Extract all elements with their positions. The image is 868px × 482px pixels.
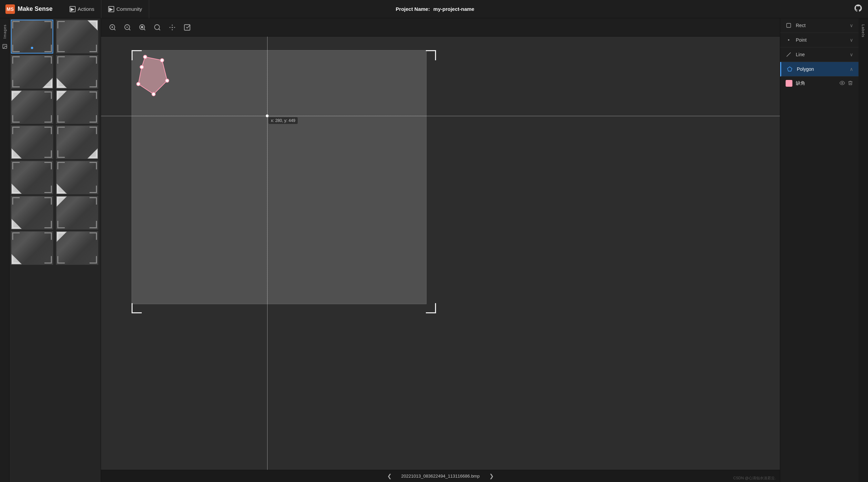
thumbnails-grid: ● — [9, 18, 101, 266]
status-bar: ❮ 20221013_083622494_113116686.bmp ❯ CSD… — [101, 470, 780, 482]
label-color-swatch — [786, 80, 792, 87]
labels-tab[interactable]: Labels — [861, 22, 865, 40]
polygon-chevron-icon: ∧ — [850, 66, 853, 72]
images-tab-label[interactable]: Images — [3, 22, 7, 41]
rect-tool-icon — [786, 22, 792, 28]
line-tool-row[interactable]: Line ∨ — [780, 47, 859, 62]
polygon-tool-row[interactable]: Polygon ∧ — [780, 62, 859, 77]
project-label: Project Name: my-project-name — [394, 6, 474, 12]
logo[interactable]: MS Make Sense — [5, 4, 53, 14]
nav-item-community[interactable]: ▶ Community — [101, 0, 149, 18]
label-actions — [840, 80, 853, 87]
polygon-annotation[interactable] — [135, 57, 176, 102]
nav-item-actions[interactable]: ▶ Actions — [63, 0, 101, 18]
actions-icon: ▶ — [70, 6, 76, 12]
svg-line-3 — [114, 29, 115, 30]
nav-label-actions: Actions — [78, 6, 94, 12]
svg-line-27 — [787, 53, 791, 57]
svg-point-16 — [172, 27, 173, 28]
label-delete-button[interactable] — [848, 80, 853, 87]
thumbnail-item[interactable] — [11, 125, 53, 159]
svg-point-19 — [143, 55, 147, 59]
community-icon: ▶ — [108, 6, 114, 12]
move-tool-button[interactable] — [166, 21, 178, 34]
svg-point-24 — [140, 65, 143, 69]
line-chevron-icon: ∨ — [850, 52, 853, 57]
zoom-fit-button[interactable] — [136, 21, 149, 34]
thumbnail-item[interactable] — [56, 231, 98, 265]
svg-point-21 — [165, 79, 169, 82]
line-tool-icon — [786, 51, 792, 58]
thumbnail-item[interactable] — [56, 125, 98, 159]
thumbnail-item[interactable] — [11, 196, 53, 230]
svg-point-22 — [152, 92, 155, 96]
svg-point-23 — [137, 82, 140, 86]
label-visibility-button[interactable] — [840, 80, 845, 87]
polygon-tool-label: Polygon — [797, 66, 814, 72]
rect-tool-row[interactable]: Rect ∨ — [780, 18, 859, 33]
logo-icon: MS — [5, 4, 15, 14]
thumbnail-item[interactable] — [56, 20, 98, 54]
svg-point-1 — [3, 45, 4, 46]
svg-marker-28 — [787, 67, 792, 71]
thumbnail-item[interactable] — [56, 55, 98, 89]
zoom-reset-button[interactable] — [151, 21, 163, 34]
zoom-in-button[interactable] — [106, 21, 119, 34]
svg-line-7 — [129, 29, 130, 30]
svg-point-26 — [788, 39, 789, 41]
thumbnail-item[interactable] — [56, 90, 98, 124]
canvas-image — [132, 50, 427, 304]
nav-label-community: Community — [116, 6, 142, 12]
thumbnail-item[interactable] — [11, 161, 53, 194]
corner-marker-br — [426, 303, 436, 313]
rect-tool-label: Rect — [796, 23, 806, 28]
watermark-text: CSDN @心清似水淡若云. — [733, 476, 776, 481]
svg-line-15 — [159, 29, 160, 30]
thumbnail-item[interactable] — [11, 90, 53, 124]
line-tool-label: Line — [796, 52, 805, 57]
right-tab-bar: Labels — [859, 18, 868, 482]
point-tool-row[interactable]: Point ∨ — [780, 33, 859, 47]
polygon-tool-icon — [787, 66, 793, 72]
svg-point-20 — [160, 59, 164, 62]
corner-marker-tr — [426, 50, 436, 60]
thumbnails-panel: ● — [9, 18, 101, 482]
thumbnail-item[interactable] — [56, 196, 98, 230]
svg-line-10 — [144, 29, 145, 30]
thumbnail-item[interactable] — [11, 231, 53, 265]
right-panel-content: Rect ∨ Point ∨ — [780, 18, 859, 482]
svg-marker-18 — [138, 57, 167, 94]
point-tool-label: Point — [796, 37, 807, 43]
svg-point-29 — [842, 82, 843, 84]
thumbnail-item[interactable]: ● — [11, 20, 53, 54]
complete-tool-button[interactable] — [181, 21, 193, 34]
point-chevron-icon: ∨ — [850, 37, 853, 43]
next-image-button[interactable]: ❯ — [487, 473, 496, 479]
label-row: 缺角 — [780, 77, 859, 90]
zoom-out-button[interactable] — [121, 21, 134, 34]
thumbnail-item[interactable] — [11, 55, 53, 89]
main: Images ● — [0, 18, 868, 482]
label-name: 缺角 — [796, 80, 836, 86]
prev-image-button[interactable]: ❮ — [384, 473, 394, 479]
right-sidebar: Rect ∨ Point ∨ — [780, 18, 868, 482]
svg-rect-25 — [787, 23, 791, 27]
thumbnail-item[interactable] — [56, 161, 98, 194]
github-icon[interactable] — [854, 4, 863, 15]
svg-point-13 — [141, 26, 143, 28]
canvas-viewport[interactable]: x: 280, y: 449 — [101, 37, 780, 470]
crosshair-dot — [266, 114, 269, 117]
svg-rect-17 — [184, 24, 190, 30]
logo-text: Make Sense — [18, 5, 53, 13]
corner-marker-bl — [132, 303, 142, 313]
filename-label: 20221013_083622494_113116686.bmp — [401, 474, 479, 479]
images-sidebar: Images — [0, 18, 9, 482]
rect-chevron-icon: ∨ — [850, 23, 853, 28]
svg-point-14 — [155, 24, 160, 29]
toolbar — [101, 18, 780, 37]
thumbnail-nav-arrow: ● — [31, 45, 34, 51]
header: MS Make Sense ▶ Actions ▶ Community Proj… — [0, 0, 868, 18]
canvas-area: x: 280, y: 449 ❮ 20221013_083622494_1131… — [101, 18, 780, 482]
images-sidebar-icon — [2, 43, 8, 49]
crosshair-horizontal — [101, 116, 780, 116]
